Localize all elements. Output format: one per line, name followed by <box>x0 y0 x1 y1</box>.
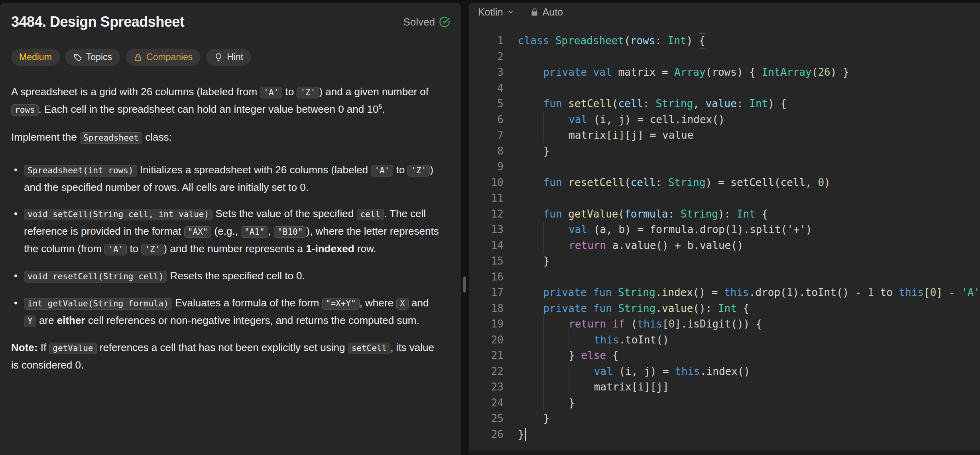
line-number: 25 <box>469 411 504 427</box>
code-token: : <box>655 33 667 49</box>
title-row: 3484. Design Spreadsheet Solved <box>11 14 450 30</box>
code-token: ( <box>812 65 818 80</box>
companies-badge[interactable]: Companies <box>126 49 201 66</box>
indent-guide <box>518 190 543 206</box>
code-token: ( <box>612 96 618 112</box>
code-token <box>562 206 569 222</box>
indent-guide <box>518 206 543 222</box>
code-token <box>562 175 569 191</box>
line-number: 19 <box>469 316 504 332</box>
code-token: String <box>618 285 655 301</box>
code-line: 15} <box>469 253 980 269</box>
line-number: 8 <box>469 143 504 159</box>
code-token: this <box>594 332 619 348</box>
code-token: class <box>518 33 549 49</box>
code-token: } <box>518 427 524 443</box>
auto-label: Auto <box>543 6 563 18</box>
inline-code: void resetCell(String cell) <box>24 271 167 282</box>
language-selector[interactable]: Kotlin <box>478 6 514 18</box>
code-token: fun <box>543 175 562 191</box>
indent-guide <box>543 112 569 128</box>
text-segment: are <box>36 314 57 326</box>
line-number: 17 <box>469 285 504 301</box>
panel-resize-handle[interactable] <box>463 277 466 292</box>
inline-code: 'A' <box>371 165 393 177</box>
code-token: Spreadsheet <box>555 33 624 49</box>
code-token: fun <box>593 301 612 317</box>
code-token: (i, j) = cell.index() <box>587 112 724 128</box>
inline-code: 'A' <box>260 87 282 98</box>
code-token: { <box>756 206 768 222</box>
line-number: 7 <box>469 127 504 143</box>
code-token: ] - <box>936 285 961 301</box>
code-token: index <box>662 285 693 301</box>
code-token: a.value() + b.value() <box>606 238 743 254</box>
method-list: Spreadsheet(int rows) Initializes a spre… <box>11 161 443 329</box>
code-area[interactable]: 1class Spreadsheet(rows: Int) {23private… <box>469 21 980 442</box>
code-token: () = <box>693 285 724 301</box>
code-token: ( <box>625 316 637 332</box>
code-line: 17private fun String.index() = this.drop… <box>469 285 980 301</box>
code-token: ].isDigit()) { <box>675 316 762 332</box>
topics-badge[interactable]: Topics <box>65 49 120 66</box>
method-list-item: int getValue(String formula) Evaluates a… <box>11 294 443 329</box>
line-number: 24 <box>469 395 504 411</box>
code-token: formula <box>624 206 668 222</box>
inline-code: 'Z' <box>407 165 430 177</box>
code-token: Int <box>737 206 756 222</box>
code-token: return <box>569 238 606 254</box>
code-token: ).split('+') <box>737 222 812 238</box>
code-line: 9 <box>469 159 980 175</box>
auto-mode-toggle[interactable]: Auto <box>530 6 563 18</box>
code-token: } <box>569 395 575 411</box>
line-number: 23 <box>469 379 504 395</box>
line-number: 4 <box>469 80 504 96</box>
code-token: 26 <box>818 65 830 80</box>
check-circle-icon <box>439 16 450 27</box>
code-token: .toInt() <box>619 332 669 348</box>
text-segment: to <box>393 164 407 176</box>
code-token: value <box>706 96 737 112</box>
difficulty-badge[interactable]: Medium <box>11 49 60 66</box>
indent-guide <box>518 364 543 380</box>
code-token: getValue <box>568 206 618 222</box>
text-segment: Note: <box>11 341 37 353</box>
tag-icon <box>73 53 82 62</box>
code-token: resetCell <box>568 175 624 191</box>
indent-guide <box>518 395 543 411</box>
code-line: 18private fun String.value(): Int { <box>469 301 980 317</box>
indent-guide <box>518 238 543 254</box>
code-token: value <box>662 301 693 317</box>
text-segment: Resets the specified cell to 0. <box>167 270 305 282</box>
code-token: ): <box>718 206 737 222</box>
indent-guide <box>518 253 543 269</box>
code-token: { <box>699 33 705 49</box>
code-token: private <box>543 65 587 80</box>
code-token: [ <box>662 316 669 332</box>
text-segment: cell references or non-negative integers… <box>85 314 419 326</box>
solved-status: Solved <box>403 16 451 28</box>
inline-code: "A1" <box>241 226 268 238</box>
line-number: 10 <box>469 175 504 191</box>
indent-guide <box>543 348 569 364</box>
indent-guide <box>518 143 543 159</box>
text-segment: Initializes a spreadsheet with 26 column… <box>137 164 371 176</box>
code-token: (i, j) = <box>613 364 675 380</box>
hint-badge[interactable]: Hint <box>206 49 251 66</box>
line-number: 9 <box>469 159 504 175</box>
code-token: .index() <box>700 364 750 380</box>
indent-guide <box>543 222 569 238</box>
code-token: this <box>724 285 749 301</box>
code-token: (): <box>693 301 718 317</box>
indent-guide <box>518 332 543 348</box>
indent-guide <box>518 49 543 65</box>
code-line: 12fun getValue(formula: String): Int { <box>469 206 980 222</box>
code-token: else <box>581 348 606 364</box>
code-line: 22val (i, j) = this.index() <box>469 364 980 380</box>
method-list-item: void setCell(String cell, int value) Set… <box>11 205 443 258</box>
code-token: (a, b) = formula.drop( <box>587 222 731 238</box>
line-number: 1 <box>469 33 504 49</box>
inline-code: 'Z' <box>141 244 163 255</box>
indent-guide <box>518 112 543 128</box>
code-token: fun <box>593 285 612 301</box>
